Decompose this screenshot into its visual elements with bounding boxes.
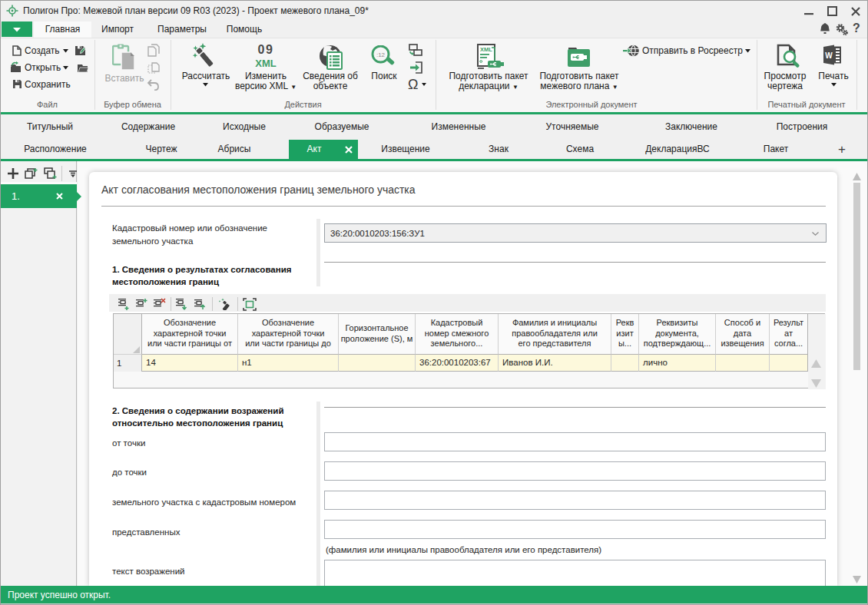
svg-text::12: :12 <box>376 51 386 58</box>
svg-text:W: W <box>825 51 833 60</box>
svg-text:XML: XML <box>480 46 492 53</box>
